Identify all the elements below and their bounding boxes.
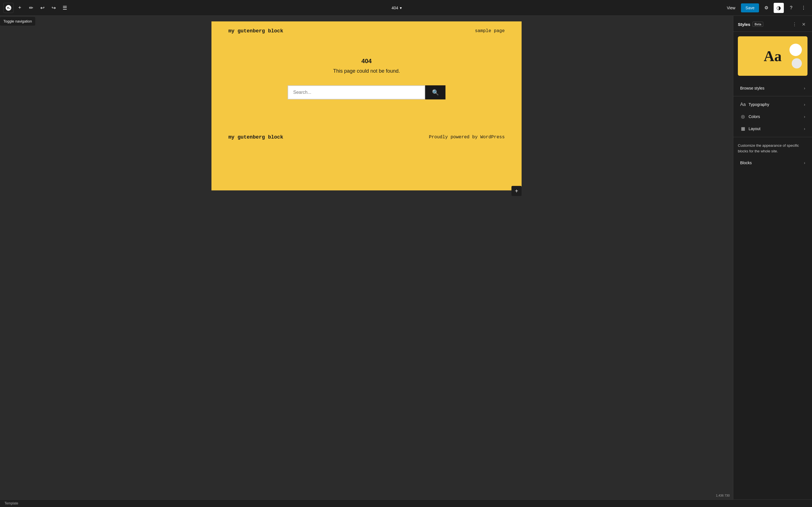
styles-menu: Browse styles › Aa Typography › ◎ Colors [733, 80, 812, 171]
toolbar-center: 404 ▾ [71, 4, 722, 12]
canvas-area: my gutenberg block sample page 404 This … [0, 16, 733, 499]
blocks-label: Blocks [740, 161, 752, 165]
view-button[interactable]: View [723, 4, 739, 12]
styles-panel-header: Styles Beta ⋮ ✕ [733, 16, 812, 32]
browse-styles-item[interactable]: Browse styles › [735, 82, 810, 94]
footer-site-title: my gutenberg block [229, 134, 283, 140]
redo-icon: ↪ [52, 5, 56, 11]
page-header: my gutenberg block sample page [211, 21, 522, 41]
edit-button[interactable]: ✏ [26, 3, 36, 13]
coordinates-display: 1,436 730 [716, 494, 730, 497]
circle-small [792, 58, 802, 68]
layout-icon: ▦ [740, 126, 746, 131]
typography-icon: Aa [740, 102, 746, 107]
blocks-chevron: › [804, 161, 805, 165]
settings-icon: ⚙ [764, 5, 768, 10]
header-nav-link[interactable]: sample page [475, 29, 505, 34]
layout-item[interactable]: ▦ Layout › [735, 122, 810, 135]
header-site-title: my gutenberg block [229, 28, 283, 34]
redo-button[interactable]: ↪ [49, 3, 59, 13]
search-container: 🔍 [288, 86, 446, 100]
panel-actions: ⋮ ✕ [791, 20, 808, 28]
styles-panel: Styles Beta ⋮ ✕ Aa [733, 16, 812, 499]
add-block-toolbar-button[interactable]: + [15, 3, 25, 13]
list-icon: ☰ [63, 5, 67, 11]
blocks-item[interactable]: Blocks › [735, 157, 810, 168]
dropdown-icon: ▾ [400, 6, 402, 10]
search-icon: 🔍 [432, 89, 439, 96]
plus-icon: + [18, 5, 21, 11]
contrast-button[interactable]: ◑ [774, 3, 784, 13]
main-area: my gutenberg block sample page 404 This … [0, 16, 812, 499]
more-options-button[interactable]: ⋮ [799, 3, 809, 13]
template-label: Template [4, 501, 18, 505]
help-button[interactable]: ? [786, 3, 796, 13]
toolbar: + ✏ ↩ ↪ ☰ Toggle navigation 404 ▾ View S… [0, 0, 812, 16]
panel-more-button[interactable]: ⋮ [791, 20, 799, 28]
save-button[interactable]: Save [741, 3, 759, 12]
undo-icon: ↩ [40, 5, 45, 11]
styles-divider-2 [733, 137, 812, 137]
browse-styles-chevron: › [804, 86, 805, 91]
page-footer: my gutenberg block Proudly powered by Wo… [211, 128, 522, 147]
pencil-icon: ✏ [29, 5, 33, 11]
style-preview-text: Aa [764, 48, 782, 64]
contrast-icon: ◑ [776, 5, 781, 11]
search-button[interactable]: 🔍 [425, 86, 446, 100]
footer-powered-by: Proudly powered by WordPress [429, 135, 505, 140]
panel-close-button[interactable]: ✕ [800, 20, 808, 28]
styles-divider-1 [733, 96, 812, 96]
beta-badge: Beta [753, 22, 763, 27]
page-title-button[interactable]: 404 ▾ [388, 4, 405, 12]
page-title-label: 404 [392, 6, 398, 10]
help-icon: ? [790, 5, 793, 10]
page-preview: my gutenberg block sample page 404 This … [211, 21, 522, 190]
wp-logo-button[interactable] [3, 3, 13, 13]
colors-chevron: › [804, 114, 805, 119]
panel-more-icon: ⋮ [792, 22, 797, 27]
toolbar-right: View Save ⚙ ◑ ? ⋮ [723, 3, 809, 13]
circle-large [790, 44, 802, 56]
colors-item[interactable]: ◎ Colors › [735, 110, 810, 122]
search-input[interactable] [288, 86, 425, 100]
toolbar-left: + ✏ ↩ ↪ ☰ [3, 3, 70, 13]
wp-logo-icon [5, 4, 12, 11]
settings-button[interactable]: ⚙ [761, 3, 771, 13]
error-code: 404 [361, 57, 372, 65]
colors-icon: ◎ [740, 114, 746, 119]
page-content: 404 This page could not be found. 🔍 [211, 41, 522, 116]
undo-button[interactable]: ↩ [37, 3, 47, 13]
panel-close-icon: ✕ [802, 22, 806, 27]
error-message: This page could not be found. [333, 68, 400, 74]
add-block-icon: + [515, 188, 518, 194]
list-view-button[interactable]: ☰ [60, 3, 70, 13]
customize-text: Customize the appearance of specific blo… [733, 139, 812, 157]
styles-title: Styles Beta [738, 22, 763, 27]
bottom-bar: Template [0, 499, 812, 507]
typography-item[interactable]: Aa Typography › [735, 99, 810, 110]
add-block-canvas-button[interactable]: + [511, 186, 522, 196]
more-icon: ⋮ [801, 5, 806, 10]
layout-chevron: › [804, 126, 805, 131]
typography-chevron: › [804, 102, 805, 107]
style-preview-circles [790, 44, 802, 68]
style-preview: Aa [738, 36, 808, 76]
